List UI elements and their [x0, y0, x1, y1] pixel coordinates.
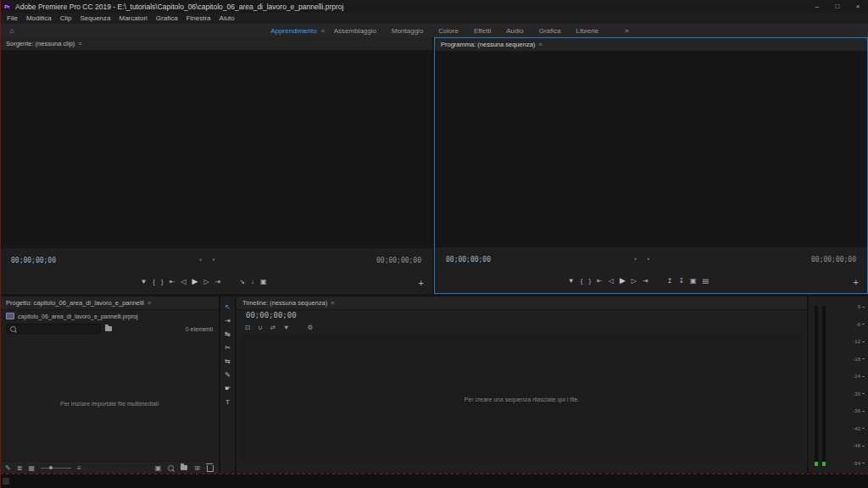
menu-clip[interactable]: Clip	[56, 14, 76, 22]
meter-tick: -24	[853, 374, 865, 379]
go-to-out-icon[interactable]: ⇥	[215, 278, 221, 286]
timeline-drop-area[interactable]: Per creare una sequenza rilasciate qui i…	[241, 336, 803, 463]
maximize-button[interactable]: □	[827, 0, 848, 13]
add-marker-icon[interactable]: ▼	[283, 324, 289, 331]
export-frame-icon[interactable]: ▣	[690, 277, 697, 285]
program-monitor-panel: Programma: (nessuna sequenza) ≡ 00;00;00…	[434, 37, 868, 294]
type-tool[interactable]: T	[223, 397, 233, 407]
go-to-out-icon[interactable]: ⇥	[643, 277, 648, 285]
tab-apprendimento[interactable]: Apprendimento	[263, 27, 324, 35]
project-empty-area[interactable]: Per iniziare importate file multimediali	[0, 349, 219, 458]
item-count: 0 elementi	[186, 326, 213, 332]
export-frame-icon[interactable]: ▣	[260, 278, 267, 286]
zoom-level-dropdown-icon[interactable]: ▾	[634, 256, 637, 263]
tab-effetti[interactable]: Effetti	[466, 27, 498, 35]
new-item-icon[interactable]: ⊞	[194, 464, 200, 472]
nest-toggle-icon[interactable]: ⊡	[245, 324, 250, 331]
icon-view-icon[interactable]: ▦	[28, 464, 35, 472]
project-writable-icon[interactable]: ✎	[5, 464, 11, 472]
automate-to-sequence-icon[interactable]: ▣	[155, 464, 162, 472]
menu-modifica[interactable]: Modifica	[22, 14, 56, 22]
lift-icon[interactable]: ↥	[667, 277, 673, 285]
linked-selection-icon[interactable]: ⇄	[270, 324, 275, 331]
mark-in-icon[interactable]: {	[581, 277, 583, 285]
search-bin-folder-icon[interactable]	[105, 326, 112, 331]
snap-icon[interactable]: ∪	[258, 324, 263, 331]
step-back-icon[interactable]: ◁	[181, 278, 186, 286]
timeline-settings-icon[interactable]: ⚙	[308, 324, 314, 331]
add-marker-icon[interactable]: ▼	[568, 277, 575, 285]
tab-montaggio[interactable]: Montaggio	[384, 27, 431, 35]
panel-menu-icon[interactable]: ≡	[78, 41, 81, 47]
playback-resolution-dropdown-icon[interactable]: ▾	[212, 257, 215, 263]
tab-librerie[interactable]: Librerie	[568, 27, 606, 35]
step-back-icon[interactable]: ◁	[609, 277, 614, 285]
home-icon[interactable]: ⌂	[0, 26, 24, 35]
step-forward-icon[interactable]: ▷	[203, 278, 209, 286]
minimize-button[interactable]: –	[807, 0, 827, 13]
selection-tool[interactable]: ↖	[223, 302, 233, 312]
razor-tool[interactable]: ✂	[223, 343, 233, 352]
mark-in-icon[interactable]: {	[153, 278, 155, 286]
list-view-icon[interactable]: ≣	[17, 464, 23, 472]
timeline-panel: Timeline: (nessuna sequenza) ≡ 00;00;00;…	[236, 297, 807, 474]
workspace-menu-icon[interactable]: ≡	[321, 28, 325, 34]
sort-icons-icon[interactable]: ≡	[77, 464, 81, 472]
program-monitor-title[interactable]: Programma: (nessuna sequenza)	[441, 41, 535, 48]
slip-tool[interactable]: ⇆	[223, 357, 233, 366]
source-total-timecode: 00;00;00;00	[376, 257, 421, 264]
ripple-edit-tool[interactable]: ↹	[223, 330, 233, 339]
new-bin-icon[interactable]	[181, 465, 187, 470]
find-icon[interactable]	[168, 465, 174, 471]
source-monitor-title[interactable]: Sorgente: (nessuna clip)	[6, 40, 75, 47]
project-root-item[interactable]: capitolo_06_area_di_lavoro_e_pannelli.pr…	[0, 310, 219, 322]
statusbar	[0, 474, 868, 488]
panel-menu-icon[interactable]: ≡	[331, 300, 334, 306]
playback-resolution-dropdown-icon[interactable]: ▾	[647, 256, 650, 263]
workspace-tabs: Apprendimento ≡ Assemblaggio Montaggio C…	[263, 27, 628, 35]
button-editor-plus-icon[interactable]: +	[854, 278, 859, 286]
menu-file[interactable]: File	[3, 14, 22, 22]
track-select-forward-tool[interactable]: ⇥	[223, 316, 233, 325]
project-panel-title[interactable]: Progetto: capitolo_06_area_di_lavoro_e_p…	[6, 299, 144, 307]
menu-aiuto[interactable]: Aiuto	[215, 14, 239, 22]
comparison-view-icon[interactable]: ▤	[703, 277, 709, 285]
tab-grafica[interactable]: Grafica	[531, 27, 569, 35]
extract-icon[interactable]: ↧	[678, 277, 684, 285]
search-input[interactable]	[19, 325, 97, 333]
timeline-toolbar: ⊡ ∪ ⇄ ▼ ⚙	[245, 324, 313, 331]
go-to-in-icon[interactable]: ⇤	[170, 278, 175, 286]
go-to-in-icon[interactable]: ⇤	[597, 277, 603, 285]
hand-tool[interactable]: ☛	[223, 384, 233, 393]
delete-icon[interactable]	[207, 465, 214, 472]
insert-icon[interactable]: ↘	[239, 278, 245, 286]
pen-tool[interactable]: ✎	[223, 370, 233, 380]
tab-colore[interactable]: Colore	[431, 27, 466, 35]
overwrite-icon[interactable]: ↓	[251, 278, 254, 286]
workspace-overflow-icon[interactable]: »	[625, 27, 628, 35]
mark-out-icon[interactable]: }	[588, 277, 591, 285]
mark-out-icon[interactable]: }	[161, 278, 164, 286]
play-icon[interactable]: ▶	[620, 276, 626, 285]
tab-audio[interactable]: Audio	[498, 27, 531, 35]
menu-marcatori[interactable]: Marcatori	[115, 14, 152, 22]
add-marker-icon[interactable]: ▼	[140, 278, 147, 286]
menu-finestra[interactable]: Finestra	[182, 14, 215, 22]
menu-sequenza[interactable]: Sequenza	[75, 14, 114, 22]
timeline-timecode[interactable]: 00;00;00;00	[246, 311, 297, 319]
close-button[interactable]: ×	[848, 0, 868, 13]
menu-grafica[interactable]: Grafica	[152, 14, 182, 22]
zoom-level-dropdown-icon[interactable]: ▾	[199, 257, 203, 263]
thumbnail-zoom-slider[interactable]	[41, 468, 71, 469]
timeline-title[interactable]: Timeline: (nessuna sequenza)	[242, 299, 327, 307]
panel-menu-icon[interactable]: ≡	[538, 42, 542, 47]
tools-panel: ↖ ⇥ ↹ ✂ ⇆ ✎ ☛ T	[220, 297, 235, 474]
workspace-bar: ⌂ Apprendimento ≡ Assemblaggio Montaggio…	[0, 24, 868, 37]
source-current-timecode[interactable]: 00;00;00;00	[11, 257, 56, 264]
panel-menu-icon[interactable]: ≡	[147, 300, 151, 306]
program-current-timecode[interactable]: 00;00;00;00	[446, 256, 491, 263]
button-editor-plus-icon[interactable]: +	[419, 279, 424, 287]
step-forward-icon[interactable]: ▷	[632, 277, 637, 285]
play-icon[interactable]: ▶	[192, 277, 198, 286]
tab-assemblaggio[interactable]: Assemblaggio	[326, 27, 384, 35]
